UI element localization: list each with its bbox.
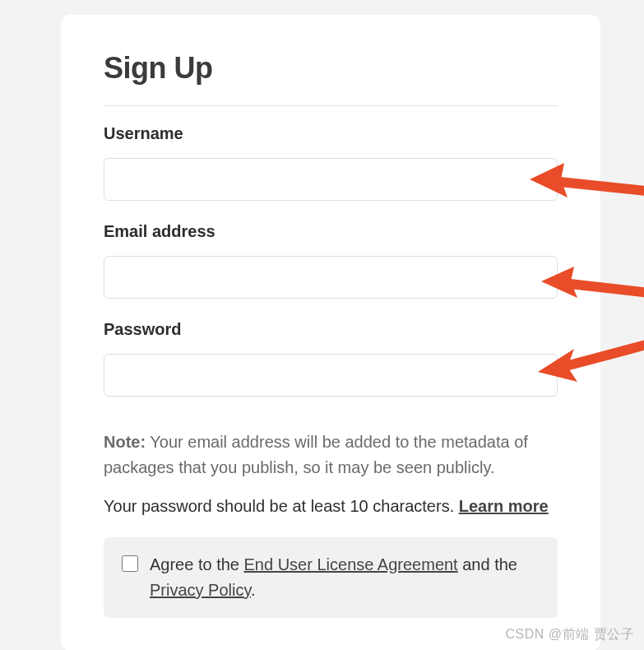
agree-end: .	[251, 581, 256, 599]
email-note: Note: Your email address will be added t…	[104, 429, 558, 481]
learn-more-link[interactable]: Learn more	[459, 497, 549, 515]
agreement-text: Agree to the End User License Agreement …	[150, 552, 540, 603]
password-hint-text: Your password should be at least 10 char…	[104, 497, 459, 515]
watermark-text: CSDN @前端 贾公子	[506, 626, 634, 643]
note-body: Your email address will be added to the …	[104, 433, 528, 476]
eula-link[interactable]: End User License Agreement	[244, 555, 458, 573]
username-label: Username	[104, 124, 558, 143]
note-prefix: Note:	[104, 433, 146, 451]
email-label: Email address	[104, 222, 558, 241]
password-input[interactable]	[104, 354, 558, 397]
signup-card: Sign Up Username Email address Password …	[61, 15, 600, 650]
page-title: Sign Up	[104, 51, 558, 106]
privacy-link[interactable]: Privacy Policy	[150, 581, 251, 599]
password-hint: Your password should be at least 10 char…	[104, 494, 558, 519]
agree-checkbox[interactable]	[122, 555, 138, 572]
agreement-box: Agree to the End User License Agreement …	[104, 537, 558, 618]
username-input[interactable]	[104, 158, 558, 201]
agree-pre: Agree to the	[150, 555, 244, 573]
password-label: Password	[104, 320, 558, 339]
agree-mid: and the	[458, 555, 517, 573]
email-input[interactable]	[104, 256, 558, 299]
